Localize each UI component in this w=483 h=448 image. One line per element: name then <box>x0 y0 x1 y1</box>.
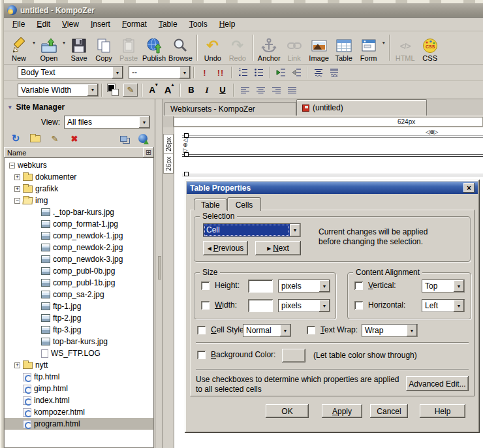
tree-item-image-file[interactable]: ftp-1.jpg <box>5 300 153 312</box>
vertical-align-select[interactable]: Top ▼ <box>422 280 465 293</box>
column-picker-button[interactable]: ⊞ <box>143 148 154 157</box>
tab-untitled-active[interactable]: (untitled) <box>296 99 427 116</box>
background-color-swatch[interactable] <box>112 89 119 96</box>
background-color-button[interactable] <box>282 349 305 362</box>
row-height-cell[interactable]: 26px <box>163 134 174 154</box>
expander-plus-icon[interactable]: + <box>14 174 20 180</box>
new-dropdown-arrow[interactable]: ▾ <box>31 40 37 46</box>
new-button[interactable]: New <box>7 32 31 63</box>
redo-button[interactable]: ↷ Redo <box>225 32 250 63</box>
tree-item-html-file[interactable]: kompozer.html <box>5 406 153 418</box>
link-button[interactable]: Link <box>282 32 307 63</box>
tree-item-webkurs[interactable]: − webkurs <box>5 159 153 171</box>
tree-item-image-file[interactable]: top-bar-kurs.jpg <box>5 336 153 347</box>
cell-style-checkbox[interactable] <box>197 326 206 334</box>
tree-item-image-file[interactable]: comp_newdok-1.jpg <box>5 230 153 242</box>
width-input[interactable] <box>248 299 273 312</box>
open-dropdown-arrow[interactable]: ▾ <box>61 40 67 46</box>
dialog-close-button[interactable]: × <box>463 183 475 193</box>
dropdown-button[interactable]: ▼ <box>179 67 190 78</box>
font-select[interactable]: Variable Width ▼ <box>18 84 99 97</box>
tree-item-log-file[interactable]: WS_FTP.LOG <box>5 347 153 359</box>
dropdown-button[interactable]: ▼ <box>290 224 300 236</box>
text-wrap-select[interactable]: Wrap ▼ <box>362 324 418 337</box>
numbered-list-button[interactable] <box>236 66 250 79</box>
ruler-scale[interactable]: 624px <box>174 117 483 127</box>
italic-button[interactable]: I <box>200 84 214 97</box>
menu-file[interactable]: File <box>7 18 31 30</box>
height-unit-select[interactable]: pixels ▼ <box>278 280 330 293</box>
align-left-button[interactable] <box>238 84 252 97</box>
dropdown-button[interactable]: ▼ <box>454 280 464 292</box>
tree-item-html-file[interactable]: ftp.html <box>5 371 153 383</box>
align-center-button[interactable] <box>253 84 268 97</box>
tree-item-image-file[interactable]: comp_format-1.jpg <box>5 218 153 230</box>
previous-button[interactable]: ◂Previous <box>203 241 248 255</box>
row-height-cell[interactable]: 26px <box>163 153 174 174</box>
css-button[interactable]: CSS CSS <box>418 32 443 63</box>
background-color-checkbox[interactable] <box>197 351 206 359</box>
decrease-font-button[interactable]: A▾ <box>146 84 161 97</box>
dropdown-button[interactable]: ▼ <box>280 325 290 336</box>
tree-item-image-file[interactable]: comp_publ-0b.jpg <box>5 265 153 277</box>
expander-minus-icon[interactable]: − <box>9 163 15 168</box>
tab-webkursets[interactable]: Webkursets - KompoZer <box>164 102 296 116</box>
class-select[interactable]: -- ▼ <box>129 66 191 79</box>
justify-button[interactable] <box>285 84 299 97</box>
paste-button[interactable]: Paste <box>116 32 141 63</box>
tree-item-image-file[interactable]: ftp-3.jpg <box>5 324 153 336</box>
expander-plus-icon[interactable]: + <box>14 186 20 192</box>
view-filter-select[interactable]: All files ▼ <box>64 116 150 129</box>
horizontal-checkbox[interactable] <box>354 301 363 310</box>
cell-style-select[interactable]: Normal ▼ <box>243 324 291 337</box>
outdent-button[interactable] <box>289 66 304 79</box>
dropdown-button[interactable]: ▼ <box>407 325 417 336</box>
height-checkbox[interactable] <box>201 281 210 290</box>
menu-edit[interactable]: Edit <box>31 18 56 30</box>
name-column-header[interactable]: Name ⊞ <box>4 147 154 158</box>
paragraph-spacing-button[interactable] <box>327 66 341 79</box>
rename-button[interactable]: ✎ <box>48 133 61 144</box>
dropdown-button[interactable]: ▼ <box>319 300 330 312</box>
strong-emphasis-button[interactable]: !! <box>213 66 228 79</box>
dropdown-button[interactable]: ▼ <box>319 280 330 292</box>
delete-button[interactable]: ✖ <box>68 133 81 144</box>
open-button[interactable]: Open <box>37 32 61 63</box>
anchor-button[interactable]: Anchor <box>257 32 282 63</box>
form-dropdown-arrow[interactable]: ▾ <box>381 40 386 46</box>
tree-item-image-file[interactable]: ._top-bar-kurs.jpg <box>5 206 153 218</box>
cancel-button[interactable]: Cancel <box>370 404 408 418</box>
text-wrap-checkbox[interactable] <box>307 326 315 334</box>
menu-help[interactable]: Help <box>213 18 242 30</box>
dropdown-button[interactable]: ▼ <box>112 67 123 78</box>
horizontal-align-select[interactable]: Left ▼ <box>422 299 465 312</box>
copy-button[interactable]: Copy <box>91 32 116 63</box>
expander-minus-icon[interactable]: − <box>14 198 20 204</box>
highlight-pen-button[interactable]: ✎ <box>123 84 138 97</box>
site-manager-header[interactable]: ▾ Site Manager <box>4 99 155 114</box>
indent-button[interactable] <box>273 66 288 79</box>
table-resize-handle[interactable] <box>184 152 189 157</box>
paragraph-format-select[interactable]: Body Text ▼ <box>18 66 123 79</box>
menu-table[interactable]: Table <box>153 18 183 30</box>
menu-insert[interactable]: Insert <box>85 18 116 30</box>
new-folder-button[interactable] <box>29 133 42 144</box>
copy-files-button[interactable] <box>117 133 130 144</box>
tree-item-nytt[interactable]: + nytt <box>5 359 153 371</box>
next-button[interactable]: ▸Next <box>255 241 301 255</box>
menu-tools[interactable]: Tools <box>183 18 213 30</box>
undo-button[interactable]: ↶ Undo <box>200 32 225 63</box>
dropdown-button[interactable]: ▼ <box>139 116 149 128</box>
tree-item-image-file[interactable]: comp_newdok-3.jpg <box>5 253 153 265</box>
align-right-button[interactable] <box>269 84 283 97</box>
tree-item-image-file[interactable]: comp_newdok-2.jpg <box>5 242 153 253</box>
refresh-button[interactable]: ↻ <box>9 133 22 144</box>
menu-view[interactable]: View <box>56 18 85 30</box>
height-input[interactable] <box>248 280 273 293</box>
tree-item-html-file[interactable]: gimp.html <box>5 383 153 394</box>
save-button[interactable]: Save <box>67 32 91 63</box>
line-spacing-button[interactable] <box>311 66 326 79</box>
width-unit-select[interactable]: pixels ▼ <box>278 299 330 312</box>
expander-plus-icon[interactable]: + <box>14 362 20 368</box>
dropdown-button[interactable]: ▼ <box>87 84 98 96</box>
